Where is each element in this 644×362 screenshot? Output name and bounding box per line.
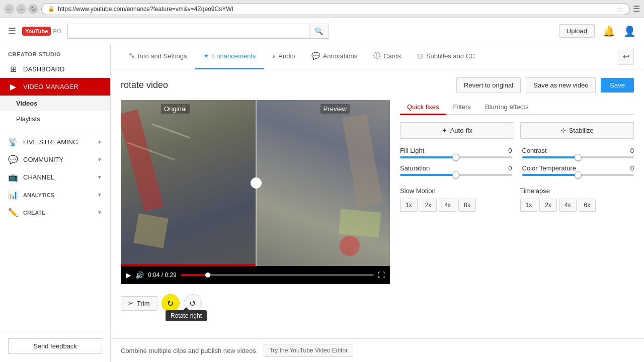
fullscreen-button[interactable]: ⛶	[378, 271, 385, 279]
channel-icon: 📺	[8, 172, 18, 182]
community-chevron: ▼	[97, 157, 102, 162]
live-streaming-label: LIVE STREAMING	[23, 138, 78, 146]
revert-button[interactable]: Revert to original	[456, 77, 521, 93]
header-actions: Revert to original Save as new video Sav…	[456, 77, 634, 93]
send-feedback-button[interactable]: Send feedback	[8, 338, 102, 354]
edit-content: Original Preview ▶ 🔊 0:04 / 0:29	[121, 100, 634, 317]
tab-info-settings[interactable]: ✎ Info and Settings	[121, 44, 195, 69]
time-1x-button[interactable]: 1x	[520, 199, 538, 212]
search-button[interactable]: 🔍	[309, 24, 329, 39]
tab-cards[interactable]: ⓘ Cards	[365, 44, 409, 69]
stabilize-label: Stabilize	[569, 127, 594, 134]
sidebar-item-create[interactable]: ✏️ CREATE ▼	[0, 204, 110, 221]
qf-tab-filters[interactable]: Filters	[446, 100, 478, 115]
color-temp-slider[interactable]	[522, 174, 634, 176]
analytics-label: ANALYTICS	[23, 192, 54, 198]
contrast-label: Contrast	[522, 147, 547, 154]
live-streaming-chevron: ▼	[97, 139, 102, 145]
sidebar-item-dashboard[interactable]: ⊞ DASHBOARD	[0, 60, 110, 78]
saturation-slider[interactable]	[400, 174, 512, 176]
saturation-slider-row: Saturation 0	[400, 164, 512, 176]
notifications-icon[interactable]: 🔔	[603, 25, 615, 37]
sidebar-item-channel[interactable]: 📺 CHANNEL ▼	[0, 168, 110, 186]
lock-icon: 🔒	[48, 6, 55, 12]
qf-tabs: Quick fixes Filters Blurring effects	[400, 100, 634, 115]
back-nav-btn[interactable]: ←	[4, 4, 14, 14]
sidebar-item-live-streaming[interactable]: 📡 LIVE STREAMING ▼	[0, 133, 110, 151]
video-editor-link[interactable]: Try the YouTube Video Editor	[264, 344, 353, 357]
back-button[interactable]: ↩	[618, 49, 634, 65]
user-avatar[interactable]: 👤	[623, 25, 636, 37]
tab-enhancements[interactable]: ✦ Enhancements	[195, 44, 264, 69]
save-as-new-button[interactable]: Save as new video	[526, 77, 596, 93]
refresh-nav-btn[interactable]: ↻	[28, 4, 38, 14]
video-preview-area: Original Preview	[121, 100, 390, 266]
tab-info-settings-label: Info and Settings	[138, 52, 187, 60]
upload-button[interactable]: Upload	[559, 24, 595, 38]
qf-tab-blurring[interactable]: Blurring effects	[478, 100, 535, 115]
channel-label: CHANNEL	[23, 173, 54, 181]
stabilize-button[interactable]: ⊹ Stabilize	[520, 122, 634, 139]
red-progress-bar	[121, 264, 256, 266]
auto-fix-label: Auto-fix	[450, 127, 472, 134]
sidebar-item-community[interactable]: 💬 COMMUNITY ▼	[0, 151, 110, 168]
browser-tab-bar: ← → ↻ 🔒 https://www.youtube.com/enhance?…	[0, 0, 644, 18]
sidebar-item-analytics[interactable]: 📊 ANALYTICS ▼	[0, 186, 110, 204]
youtube-header: ☰ YouTube RO 🔍 Upload 🔔 👤	[0, 18, 644, 44]
video-split-handle[interactable]	[251, 177, 262, 189]
browser-nav: ← → ↻	[4, 4, 38, 14]
address-bar[interactable]: 🔒 https://www.youtube.com/enhance?featur…	[41, 3, 630, 15]
dashboard-icon: ⊞	[8, 64, 18, 74]
contrast-thumb	[575, 154, 582, 161]
hamburger-menu-icon[interactable]: ☰	[8, 26, 16, 37]
search-input[interactable]	[67, 24, 309, 39]
contrast-slider[interactable]	[522, 156, 634, 158]
video-manager-label: VIDEO MANAGER	[23, 83, 78, 90]
contrast-fill	[522, 156, 578, 158]
qf-action-buttons: ✦ Auto-fix ⊹ Stabilize	[400, 122, 634, 139]
browser-menu-icon[interactable]: ☰	[633, 4, 640, 14]
slow-1x-button[interactable]: 1x	[400, 199, 418, 212]
bookmark-icon[interactable]: ☆	[617, 5, 623, 13]
slow-8x-button[interactable]: 8x	[458, 199, 476, 212]
video-player-wrap: Original Preview ▶ 🔊 0:04 / 0:29	[121, 100, 390, 317]
auto-fix-button[interactable]: ✦ Auto-fix	[400, 122, 514, 139]
tab-subtitles[interactable]: ⊡ Subtitles and CC	[409, 44, 484, 69]
save-button[interactable]: Save	[601, 78, 634, 93]
time-6x-button[interactable]: 6x	[579, 199, 596, 212]
divider-2	[0, 331, 110, 331]
time-4x-button[interactable]: 4x	[559, 199, 577, 212]
preview-label: Preview	[320, 104, 350, 114]
subtitles-icon: ⊡	[417, 52, 423, 60]
rotate-left-icon: ↺	[189, 299, 196, 308]
bottom-note: Combine multiple clips and publish new v…	[111, 338, 644, 362]
videos-label: Videos	[16, 100, 37, 107]
community-label: COMMUNITY	[23, 156, 63, 163]
trim-button[interactable]: ✂ Trim	[121, 296, 157, 311]
color-temp-label-row: Color Temperature 0	[522, 164, 634, 172]
forward-nav-btn[interactable]: →	[16, 4, 26, 14]
fill-light-slider[interactable]	[400, 156, 512, 158]
bottom-toolbar: ✂ Trim ↻ ↺ Rotate right	[121, 289, 390, 317]
slow-motion-buttons: 1x 2x 4x 8x	[400, 199, 514, 212]
sidebar-item-playlists[interactable]: Playlists	[0, 111, 110, 127]
info-icon: ✎	[129, 52, 135, 60]
time-2x-button[interactable]: 2x	[539, 199, 557, 212]
fill-light-fill	[400, 156, 456, 158]
rotate-right-button[interactable]: ↻	[162, 294, 180, 312]
slow-4x-button[interactable]: 4x	[439, 199, 456, 212]
sidebar-item-video-manager[interactable]: ▶ VIDEO MANAGER	[0, 78, 110, 96]
qf-tab-quick-fixes[interactable]: Quick fixes	[400, 100, 446, 115]
progress-fill	[181, 274, 208, 276]
youtube-locale-badge: RO	[53, 28, 61, 34]
tab-subtitles-label: Subtitles and CC	[426, 52, 475, 60]
play-button[interactable]: ▶	[126, 271, 131, 279]
youtube-logo[interactable]: YouTube RO	[22, 27, 61, 36]
progress-bar[interactable]	[181, 274, 374, 276]
sidebar-item-videos[interactable]: Videos	[0, 96, 110, 111]
tab-audio[interactable]: ♪ Audio	[264, 44, 303, 69]
slow-2x-button[interactable]: 2x	[420, 199, 437, 212]
tab-annotations[interactable]: 💬 Annotations	[303, 44, 366, 69]
tab-annotations-label: Annotations	[323, 52, 358, 60]
volume-button[interactable]: 🔊	[135, 271, 144, 279]
